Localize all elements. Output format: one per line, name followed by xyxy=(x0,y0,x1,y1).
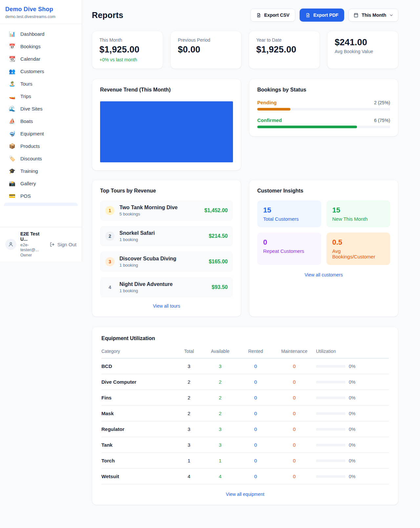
equipment-total: 2 xyxy=(176,395,202,400)
equipment-row: Wetsuit 4 4 0 0 0% xyxy=(101,469,389,484)
tour-bookings: 1 booking xyxy=(119,288,212,293)
sidebar-item-calendar[interactable]: 📆 Calendar xyxy=(4,53,78,65)
utilization-percent: 0% xyxy=(349,474,355,479)
insight-tiles: 15 Total Customers 15 New This Month 0 R… xyxy=(257,200,390,265)
equipment-rented: 0 xyxy=(239,458,273,463)
tile-value: 15 xyxy=(332,206,385,214)
sign-out-label: Sign Out xyxy=(57,242,76,247)
equipment-maintenance: 0 xyxy=(273,379,316,385)
utilization-bar-track xyxy=(316,412,346,415)
equipment-table: Category Total Available Rented Maintena… xyxy=(101,349,389,484)
utilization-bar-track xyxy=(316,365,346,368)
stat-value: $1,925.00 xyxy=(99,45,156,55)
insight-repeat-customers: 0 Repeat Customers xyxy=(257,233,321,265)
utilization-percent: 0% xyxy=(349,379,355,385)
sidebar-item-tours[interactable]: 🏝️ Tours xyxy=(4,78,78,90)
utilization-bar-track xyxy=(316,396,346,399)
equipment-category: Wetsuit xyxy=(101,474,176,479)
equipment-maintenance: 0 xyxy=(273,458,316,463)
sidebar-item-boats[interactable]: ⛵ Boats xyxy=(4,115,78,127)
utilization-percent: 0% xyxy=(349,364,355,369)
equipment-total: 2 xyxy=(176,411,202,416)
stat-card: Avg Booking Value $241.00 xyxy=(327,31,398,69)
tour-name: Two Tank Morning Dive xyxy=(119,205,204,211)
tour-name: Discover Scuba Diving xyxy=(119,256,209,262)
view-all-tours-link[interactable]: View all tours xyxy=(100,303,233,309)
user-role: Owner xyxy=(20,253,46,257)
export-csv-button[interactable]: Export CSV xyxy=(250,9,295,22)
user-info: E2E Test U... e2e-tester@... Owner xyxy=(20,231,46,257)
sign-out-button[interactable]: Sign Out xyxy=(50,242,76,247)
avatar xyxy=(5,239,16,250)
sidebar: Demo Dive Shop demo.test.divestreams.com… xyxy=(0,0,82,261)
utilization-bar-track xyxy=(316,444,346,446)
sidebar-item-trips[interactable]: 🚤 Trips xyxy=(4,90,78,102)
stat-delta: +0% vs last month xyxy=(99,57,156,62)
sidebar-item-equipment[interactable]: 🤿 Equipment xyxy=(4,128,78,140)
period-selected-label: This Month xyxy=(362,12,386,18)
customer-insights-card: Customer Insights 15 Total Customers 15 … xyxy=(249,180,398,317)
equipment-table-body: BCD 3 3 0 0 0% Div xyxy=(101,358,389,484)
page-header: Reports Export CSV Export PDF This Month xyxy=(92,9,398,22)
tile-label: Repeat Customers xyxy=(263,248,315,254)
equipment-rented: 0 xyxy=(239,426,273,432)
stat-value: $1,925.00 xyxy=(256,45,312,55)
sidebar-item-customers[interactable]: 👥 Customers xyxy=(4,65,78,77)
revenue-trend-chart xyxy=(100,101,233,162)
insights-row: Top Tours by Revenue 1 Two Tank Morning … xyxy=(92,180,398,317)
equipment-maintenance: 0 xyxy=(273,442,316,448)
person-icon xyxy=(8,241,14,247)
utilization-bar-track xyxy=(316,475,346,478)
utilization-percent: 0% xyxy=(349,427,355,432)
rank-badge: 3 xyxy=(105,257,115,266)
equipment-rented: 0 xyxy=(239,363,273,369)
view-all-customers-link[interactable]: View all customers xyxy=(257,272,390,277)
column-header-category: Category xyxy=(101,349,176,354)
period-selector[interactable]: This Month xyxy=(348,9,398,22)
equipment-table-header: Category Total Available Rented Maintena… xyxy=(101,349,389,358)
insight-new-this-month: 15 New This Month xyxy=(326,200,390,227)
sidebar-item-dive-sites[interactable]: 🌊 Dive Sites xyxy=(4,103,78,115)
status-list: Pending 2 (25%) Confirmed 6 (75%) xyxy=(257,100,390,128)
equipment-total: 3 xyxy=(176,442,202,448)
sidebar-item-pos[interactable]: 💳 POS xyxy=(4,190,78,202)
utilization-bar-track xyxy=(316,381,346,383)
sidebar-item-reports-active-partial[interactable] xyxy=(4,203,78,206)
sidebar-item-discounts[interactable]: 🏷️ Discounts xyxy=(4,152,78,165)
charts-row: Revenue Trend (This Month) Bookings by S… xyxy=(92,79,398,171)
credit-card-icon: 💳 xyxy=(9,193,16,199)
equipment-row: Fins 2 2 0 0 0% xyxy=(101,390,389,406)
tour-bookings: 1 booking xyxy=(119,263,209,268)
sidebar-item-training[interactable]: 🎓 Training xyxy=(4,165,78,177)
equipment-available: 2 xyxy=(202,395,239,400)
chevron-down-icon xyxy=(389,13,393,17)
sign-out-icon xyxy=(50,242,55,247)
sidebar-item-label: Equipment xyxy=(20,131,44,136)
status-row: Confirmed 6 (75%) xyxy=(257,117,390,128)
sidebar-item-bookings[interactable]: 📅 Bookings xyxy=(4,40,78,52)
revenue-trend-card: Revenue Trend (This Month) xyxy=(92,79,241,171)
equipment-category: Fins xyxy=(101,395,176,400)
sidebar-item-products[interactable]: 📦 Products xyxy=(4,140,78,152)
stat-cards: This Month $1,925.00 +0% vs last month P… xyxy=(92,31,398,69)
equipment-available: 4 xyxy=(202,474,239,479)
sidebar-item-gallery[interactable]: 📸 Gallery xyxy=(4,177,78,190)
bar-chart-icon: 📊 xyxy=(9,31,16,37)
view-all-equipment-link[interactable]: View all equipment xyxy=(101,492,389,497)
equipment-row: BCD 3 3 0 0 0% xyxy=(101,358,389,374)
equipment-total: 3 xyxy=(176,426,202,432)
tour-name: Snorkel Safari xyxy=(119,230,209,236)
tile-value: 15 xyxy=(263,206,315,214)
equipment-available: 2 xyxy=(202,411,239,416)
utilization-bar-track xyxy=(316,459,346,462)
equipment-maintenance: 0 xyxy=(273,395,316,400)
insight-total-customers: 15 Total Customers xyxy=(257,200,321,227)
equipment-category: Regulator xyxy=(101,426,176,432)
stat-label: Year to Date xyxy=(256,37,312,43)
stat-label: This Month xyxy=(99,37,156,43)
tile-label: New This Month xyxy=(332,216,385,222)
sidebar-item-dashboard[interactable]: 📊 Dashboard xyxy=(4,28,78,40)
camera-icon: 📸 xyxy=(9,181,16,186)
export-pdf-button[interactable]: Export PDF xyxy=(300,9,344,22)
equipment-category: Mask xyxy=(101,411,176,416)
